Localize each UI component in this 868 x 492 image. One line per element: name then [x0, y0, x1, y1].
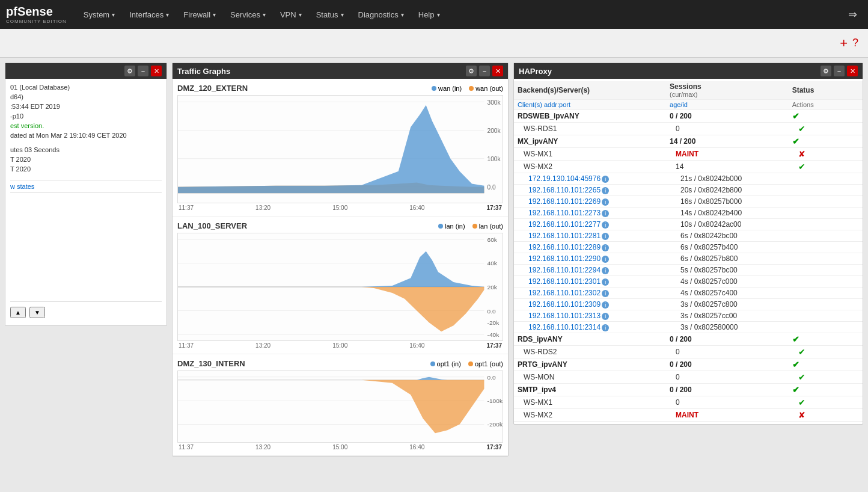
info-icon[interactable]: i: [602, 198, 609, 206]
haproxy-server-row: WS-MX1 0 ✔: [514, 396, 863, 409]
status-maint: MAINT: [676, 150, 698, 158]
client-addr[interactable]: 192.168.110.101:2281i: [514, 230, 666, 242]
haproxy-backend-row: RDS_ipvANY 0 / 200 ✔: [514, 333, 863, 346]
info-icon[interactable]: i: [602, 187, 609, 194]
server-sessions: 0: [666, 396, 789, 409]
nav-diagnostics[interactable]: Diagnostics ▾: [351, 0, 411, 29]
client-addr[interactable]: 192.168.110.101:2302i: [514, 288, 666, 299]
haproxy-client-row[interactable]: 192.168.110.101:2294i 5s / 0x80257bc00: [514, 265, 863, 276]
haproxy-client-row[interactable]: 192.168.110.101:2273i 14s / 0x80242b400: [514, 208, 863, 219]
svg-text:-40k: -40k: [487, 331, 500, 338]
chevron-down-icon: ▾: [341, 11, 344, 18]
server-status: ✔: [789, 396, 863, 409]
haproxy-client-row[interactable]: 192.168.110.101:2277i 10s / 0x80242ac00: [514, 219, 863, 230]
info-icon[interactable]: i: [602, 324, 609, 331]
haproxy-client-row[interactable]: 192.168.110.101:2265i 20s / 0x80242b800: [514, 185, 863, 196]
col-actions-header: Actions: [789, 100, 863, 110]
client-addr[interactable]: 192.168.110.101:2301i: [514, 276, 666, 288]
server-name: WS-MX2: [514, 409, 666, 422]
haproxy-client-row[interactable]: 192.168.110.101:2314i 3s / 0x802580000: [514, 322, 863, 333]
backend-name: PRTG_ipvANY: [514, 358, 666, 371]
info-icon[interactable]: i: [602, 221, 609, 229]
col-sessions-sub: (cur/max): [670, 91, 785, 98]
haproxy-client-row[interactable]: 172.19.130.104:45976i 21s / 0x80242b000: [514, 173, 863, 185]
graph-dmz120-title-row: DMZ_120_EXTERN wan (in) wan (out): [177, 84, 503, 93]
client-addr[interactable]: 192.168.110.101:2309i: [514, 299, 666, 310]
info-icon[interactable]: i: [602, 176, 609, 183]
client-status-empty: [789, 230, 863, 242]
haproxy-client-row[interactable]: 192.168.110.101:2313i 3s / 0x80257cc00: [514, 310, 863, 322]
left-panel-close-button[interactable]: ✕: [151, 66, 162, 76]
time-label: 11:37: [179, 204, 194, 211]
help-button[interactable]: ?: [852, 37, 858, 49]
haproxy-client-row[interactable]: 192.168.110.101:2289i 6s / 0x80257b400: [514, 242, 863, 253]
client-addr[interactable]: 192.168.110.101:2313i: [514, 310, 666, 322]
haproxy-minimize-button[interactable]: −: [834, 66, 845, 76]
divider2: [10, 192, 162, 193]
traffic-graphs-header: Traffic Graphs ⚙ − ✕: [173, 63, 508, 79]
haproxy-client-row[interactable]: 192.168.110.101:2269i 16s / 0x80257b000: [514, 196, 863, 208]
info-icon[interactable]: i: [602, 267, 609, 274]
server-status: ✘: [789, 409, 863, 422]
col-client-header: Client(s) addr:port: [514, 100, 666, 110]
client-addr[interactable]: 192.168.110.101:2290i: [514, 253, 666, 265]
server-name: WS-RDS2: [514, 346, 666, 358]
client-addr[interactable]: 192.168.110.101:2294i: [514, 265, 666, 276]
nav-status[interactable]: Status ▾: [309, 0, 351, 29]
info-icon[interactable]: i: [602, 313, 609, 320]
info-icon[interactable]: i: [602, 233, 609, 240]
info-icon[interactable]: i: [602, 278, 609, 286]
haproxy-client-row[interactable]: 192.168.110.101:2309i 3s / 0x80257c800: [514, 299, 863, 310]
backend-sessions: 14 / 200: [666, 135, 789, 148]
backend-sessions: 0 / 200: [666, 333, 789, 346]
info-icon[interactable]: i: [602, 210, 609, 217]
client-addr[interactable]: 192.168.110.101:2273i: [514, 208, 666, 219]
haproxy-close-button[interactable]: ✕: [847, 66, 858, 76]
bottom-btn2[interactable]: ▼: [29, 307, 45, 318]
haproxy-config-button[interactable]: ⚙: [821, 66, 831, 76]
traffic-config-button[interactable]: ⚙: [466, 66, 477, 76]
client-addr[interactable]: 192.168.110.101:2269i: [514, 196, 666, 208]
left-panel-config-button[interactable]: ⚙: [124, 66, 135, 76]
nav-interfaces[interactable]: Interfaces ▾: [122, 0, 176, 29]
traffic-minimize-button[interactable]: −: [479, 66, 490, 76]
client-addr[interactable]: 192.168.110.101:2314i: [514, 322, 666, 333]
bottom-btn1[interactable]: ▲: [10, 307, 26, 318]
haproxy-client-row[interactable]: 192.168.110.101:2290i 6s / 0x80257b800: [514, 253, 863, 265]
haproxy-client-row[interactable]: 192.168.110.101:2301i 4s / 0x80257c000: [514, 276, 863, 288]
backend-sessions: 0 / 200: [666, 110, 789, 123]
client-status-empty: [789, 276, 863, 288]
nav-vpn[interactable]: VPN ▾: [273, 0, 309, 29]
nav-help[interactable]: Help ▾: [411, 0, 447, 29]
main-layout: ⚙ − ✕ 01 (Local Database) d64) :53:44 ED…: [0, 58, 868, 461]
client-addr[interactable]: 192.168.110.101:2277i: [514, 219, 666, 230]
client-addr[interactable]: 172.19.130.104:45976i: [514, 173, 666, 185]
svg-text:0.0: 0.0: [487, 308, 497, 315]
haproxy-table: Backend(s)/Server(s) Sessions (cur/max) …: [514, 81, 863, 422]
add-widget-button[interactable]: +: [840, 35, 848, 51]
info-icon[interactable]: i: [602, 256, 609, 263]
client-addr[interactable]: 192.168.110.101:2289i: [514, 242, 666, 253]
left-info-5: est version.: [10, 122, 162, 129]
haproxy-client-row[interactable]: 192.168.110.101:2302i 4s / 0x80257c400: [514, 288, 863, 299]
brand-sub: COMMUNITY EDITION: [6, 19, 67, 24]
nav-firewall[interactable]: Firewall ▾: [176, 0, 223, 29]
client-age-id: 21s / 0x80242b000: [666, 173, 789, 185]
svg-text:0.0: 0.0: [487, 184, 496, 191]
navbar-right: ⇒: [843, 8, 862, 21]
client-addr[interactable]: 192.168.110.101:2265i: [514, 185, 666, 196]
info-icon[interactable]: i: [602, 301, 609, 309]
left-panel-minimize-button[interactable]: −: [138, 66, 148, 76]
server-sessions: MAINT: [666, 148, 789, 161]
info-icon[interactable]: i: [602, 290, 609, 297]
haproxy-backend-row: MX_ipvANY 14 / 200 ✔: [514, 135, 863, 148]
nav-system[interactable]: System ▾: [76, 0, 122, 29]
nav-services[interactable]: Services ▾: [223, 0, 273, 29]
traffic-close-button[interactable]: ✕: [492, 66, 503, 76]
logout-icon[interactable]: ⇒: [843, 8, 862, 21]
haproxy-client-row[interactable]: 192.168.110.101:2281i 6s / 0x80242bc00: [514, 230, 863, 242]
left-states-link[interactable]: w states: [10, 183, 162, 190]
server-status: ✔: [789, 346, 863, 358]
client-age-id: 14s / 0x80242b400: [666, 208, 789, 219]
info-icon[interactable]: i: [602, 244, 609, 251]
